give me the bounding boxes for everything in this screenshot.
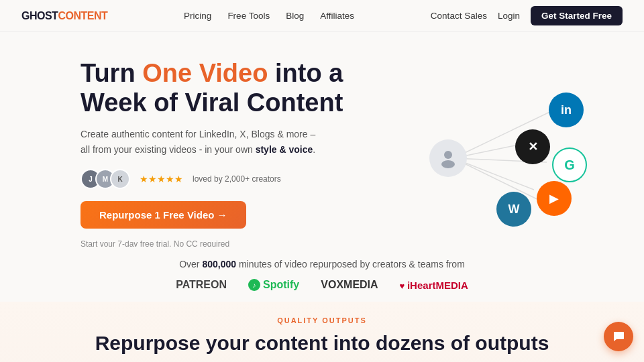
login-link[interactable]: Login (498, 11, 520, 21)
chat-icon (611, 329, 626, 344)
hero-visual: in ✕ G ▶ W (402, 52, 590, 240)
hero-description: Create authentic content for LinkedIn, X… (80, 127, 322, 157)
spotify-icon: ♪ (253, 282, 256, 289)
social-proof-text: loved by 2,000+ creators (193, 174, 281, 184)
hero-title: Turn One Video into a Week of Viral Cont… (80, 59, 402, 117)
stats-section: Over 800,000 minutes of video repurposed… (0, 247, 644, 302)
nav-affiliates[interactable]: Affiliates (320, 11, 354, 21)
stats-text: Over 800,000 minutes of video repurposed… (21, 259, 623, 269)
nav-pricing[interactable]: Pricing (184, 11, 211, 21)
navbar: GHOST CONTENT Pricing Free Tools Blog Af… (0, 0, 644, 32)
linkedin-label: in (561, 103, 572, 117)
avatar-3: K (110, 169, 130, 189)
iheart-heart: ♥ (400, 281, 407, 291)
repurpose-cta-button[interactable]: Repurpose 1 Free Video → (80, 201, 246, 229)
svg-point-6 (441, 160, 455, 168)
logo-content-text: CONTENT (58, 10, 107, 22)
patreon-logo: PATREON (176, 279, 227, 291)
hero-title-highlight: One Video (142, 59, 268, 87)
hero-desc-end: . (313, 144, 315, 155)
svg-point-5 (444, 151, 452, 159)
nav-right: Contact Sales Login Get Started Free (431, 6, 623, 25)
stats-suffix: minutes of video repurposed by creators … (236, 259, 465, 269)
logo-ghost-text: GHOST (21, 10, 58, 22)
nav-links: Pricing Free Tools Blog Affiliates (184, 11, 354, 21)
grammarly-label: G (564, 158, 575, 173)
hero-desc-bold: style & voice (256, 144, 313, 155)
nav-free-tools[interactable]: Free Tools (227, 11, 270, 21)
wp-label: W (508, 202, 520, 217)
iheart-label: iHeartMEDIA (407, 280, 468, 291)
quality-title: Repurpose your content into dozens of ou… (21, 331, 623, 355)
x-label: ✕ (528, 139, 538, 154)
brand-logos: PATREON ♪ Spotify VOXMEDIA ♥ iHeartMEDIA (21, 279, 623, 291)
hero-title-prefix: Turn (80, 59, 142, 87)
logo[interactable]: GHOST CONTENT (21, 10, 107, 22)
vox-logo: VOXMEDIA (321, 279, 378, 291)
twitter-x-icon: ✕ (515, 129, 550, 164)
spotify-logo: ♪ Spotify (248, 279, 299, 291)
star-rating: ★★★★★ (140, 174, 183, 184)
chat-bubble[interactable] (604, 322, 633, 351)
get-started-button[interactable]: Get Started Free (531, 6, 623, 25)
quality-eyebrow: QUALITY OUTPUTS (21, 316, 623, 324)
center-avatar (429, 139, 467, 177)
spotify-dot: ♪ (248, 279, 260, 291)
trial-text: Start your 7-day free trial. No CC requi… (80, 239, 402, 247)
contact-sales-link[interactable]: Contact Sales (431, 11, 487, 21)
hero-section: Turn One Video into a Week of Viral Cont… (0, 32, 644, 247)
grammarly-icon: G (552, 147, 587, 182)
iheart-logo: ♥ iHeartMEDIA (400, 280, 468, 291)
rss-label: ▶ (549, 191, 559, 206)
stats-prefix: Over (179, 259, 202, 269)
nav-blog[interactable]: Blog (286, 11, 304, 21)
social-proof: J M K ★★★★★ loved by 2,000+ creators (80, 169, 402, 189)
hero-left: Turn One Video into a Week of Viral Cont… (80, 59, 402, 247)
linkedin-icon: in (549, 93, 584, 127)
avatars: J M K (80, 169, 125, 189)
quality-section: QUALITY OUTPUTS Repurpose your content i… (0, 302, 644, 362)
wordpress-icon: W (496, 192, 531, 227)
rss-icon: ▶ (537, 181, 572, 216)
stats-number: 800,000 (202, 259, 236, 269)
spotify-label: Spotify (263, 279, 299, 291)
